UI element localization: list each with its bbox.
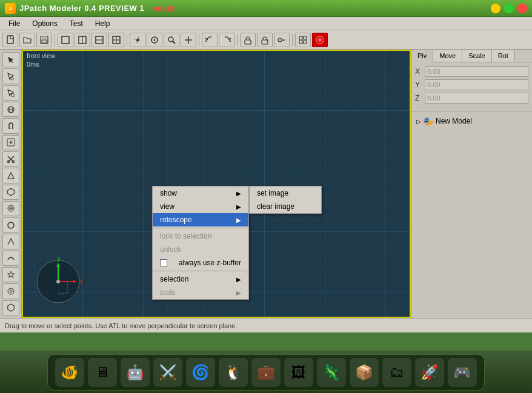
menu-test[interactable]: Test: [64, 18, 89, 29]
svg-rect-27: [12, 94, 14, 96]
toolbar-undo[interactable]: [202, 33, 218, 47]
ctx-set-image[interactable]: set image: [250, 187, 321, 200]
tab-move[interactable]: Move: [433, 50, 462, 62]
taskbar-icon-7[interactable]: 🖼: [284, 358, 313, 387]
coord-z-label: Z: [415, 94, 425, 102]
taskbar-icon-9[interactable]: 📦: [350, 358, 379, 387]
toolbar-view4[interactable]: [108, 33, 124, 47]
left-star[interactable]: [2, 267, 19, 282]
scene-tree: ▷ 🎭 New Model: [411, 113, 532, 130]
ctx-view[interactable]: view ▶: [153, 200, 248, 213]
coord-x-row: X: [415, 66, 528, 77]
tab-scale[interactable]: Scale: [462, 50, 492, 62]
tab-piv[interactable]: Piv: [411, 50, 433, 62]
ctx-rotoscope-arrow: ▶: [236, 217, 241, 223]
left-triangle[interactable]: [2, 168, 19, 183]
taskbar-icon-1[interactable]: 🖥: [88, 358, 117, 387]
ctx-zbuffer[interactable]: always use z-buffer: [153, 256, 248, 269]
taskbar-icon-10[interactable]: 🗂: [382, 358, 411, 387]
toolbar-grid[interactable]: [295, 33, 311, 47]
left-hex[interactable]: [2, 300, 19, 315]
tree-arrow: ▷: [416, 118, 421, 125]
close-button[interactable]: [517, 4, 527, 13]
coord-x-input[interactable]: [425, 66, 528, 77]
coord-y-input[interactable]: [425, 79, 528, 90]
taskbar-icon-4[interactable]: 🌀: [186, 358, 215, 387]
left-shape[interactable]: [2, 185, 19, 200]
svg-rect-4: [62, 36, 69, 44]
left-target[interactable]: [2, 201, 19, 216]
left-add[interactable]: [2, 135, 19, 150]
minimize-button[interactable]: [491, 4, 500, 13]
toolbar-lock2[interactable]: [257, 33, 273, 47]
toolbar-zoom[interactable]: [164, 33, 179, 47]
svg-rect-22: [262, 40, 268, 44]
submenu-rotoscope: set image clear image: [249, 186, 322, 214]
taskbar-icon-12[interactable]: 🎮: [448, 358, 477, 387]
toolbar-zoom2[interactable]: [181, 33, 196, 47]
svg-text:Y: Y: [56, 257, 61, 263]
menu-options[interactable]: Options: [26, 18, 63, 29]
tab-rot[interactable]: Rot: [492, 50, 515, 62]
right-tabs: Piv Move Scale Rot: [411, 50, 532, 62]
taskbar-icon-3[interactable]: ⚔️: [153, 358, 182, 387]
tree-item-model[interactable]: ▷ 🎭 New Model: [414, 115, 530, 127]
ctx-tools-arrow: ▶: [236, 289, 241, 296]
left-circle[interactable]: [2, 217, 19, 233]
toolbar-move[interactable]: [130, 33, 145, 47]
ctx-zbuffer-checkbox[interactable]: [160, 259, 167, 266]
toolbar-save[interactable]: [36, 33, 52, 47]
taskbar-icon-0[interactable]: 🐠: [55, 358, 84, 387]
titlebar-left: J JPatch Modeler 0.4 PREVIEW 1 veket: [5, 3, 175, 14]
toolbar-open[interactable]: [19, 33, 35, 47]
toolbar-lock1[interactable]: [240, 33, 256, 47]
taskbar-icon-2[interactable]: 🤖: [121, 358, 150, 387]
left-curve[interactable]: [2, 251, 19, 266]
ctx-clear-image[interactable]: clear image: [250, 200, 321, 213]
coord-y-row: Y: [415, 79, 528, 90]
sep5: [292, 34, 293, 46]
toolbar-view2[interactable]: [75, 33, 90, 47]
left-magnet[interactable]: [2, 118, 19, 133]
taskbar-icon-11[interactable]: 🚀: [415, 358, 444, 387]
toolbar-center[interactable]: [147, 33, 162, 47]
left-select2[interactable]: [2, 68, 19, 84]
maximize-button[interactable]: [504, 4, 514, 13]
left-globe[interactable]: [2, 102, 19, 117]
svg-marker-41: [7, 304, 13, 311]
svg-rect-2: [42, 36, 46, 39]
left-select[interactable]: [2, 52, 19, 67]
left-toolbar: [0, 50, 22, 318]
ctx-lock: lock to selection: [153, 230, 248, 243]
toolbar-key[interactable]: [274, 33, 290, 47]
sep2: [127, 34, 127, 46]
ctx-rotoscope[interactable]: rotoscope ▶: [153, 213, 248, 226]
taskbar-icon-5[interactable]: 🐧: [219, 358, 248, 387]
tree-model-label: New Model: [436, 117, 472, 125]
toolbar-view3[interactable]: [91, 33, 107, 47]
ctx-selection[interactable]: selection ▶: [153, 272, 248, 286]
context-menu: show ▶ view ▶ rotoscope ▶ lock to select…: [152, 186, 249, 300]
toolbar-new[interactable]: [2, 33, 18, 47]
left-ring[interactable]: [2, 283, 19, 299]
titlebar: J JPatch Modeler 0.4 PREVIEW 1 veket: [0, 0, 532, 17]
toolbar-anim[interactable]: [312, 33, 328, 47]
toolbar-view1[interactable]: [58, 33, 73, 47]
menu-file[interactable]: File: [2, 18, 26, 29]
viewport[interactable]: front view 0ms: [22, 50, 411, 318]
menubar: File Options Test Help: [0, 17, 532, 30]
left-cut[interactable]: [2, 151, 19, 167]
taskbar-icon-6[interactable]: 💼: [251, 358, 281, 387]
svg-point-12: [136, 39, 139, 41]
sep3: [199, 34, 199, 46]
taskbar-icon-8[interactable]: 🦎: [317, 358, 346, 387]
svg-point-40: [10, 290, 12, 292]
ctx-show[interactable]: show ▶: [153, 187, 248, 200]
toolbar-redo[interactable]: [219, 33, 234, 47]
coord-z-input[interactable]: [425, 93, 528, 104]
left-angle[interactable]: [2, 234, 19, 249]
left-select3[interactable]: [2, 85, 19, 101]
menu-help[interactable]: Help: [89, 18, 116, 29]
svg-point-26: [11, 78, 13, 80]
svg-text:X: X: [79, 278, 82, 285]
